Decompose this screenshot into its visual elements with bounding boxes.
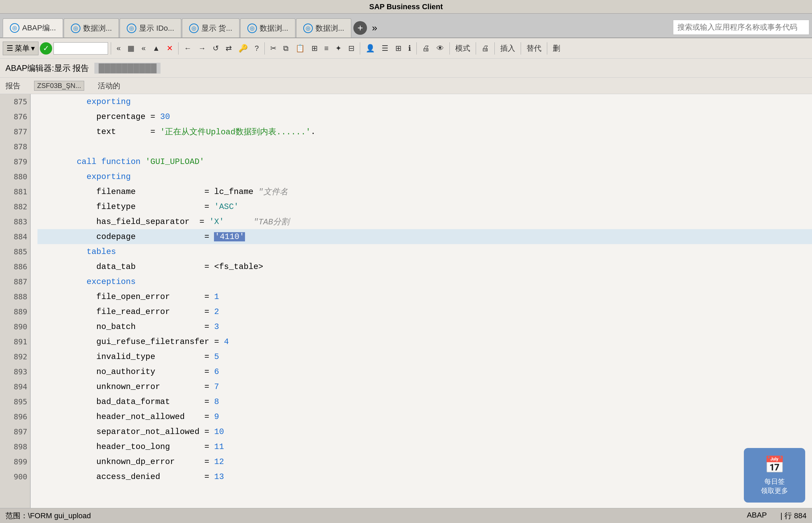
nav-back-btn[interactable]: «	[114, 43, 123, 54]
code-line-879: call function 'GUI_UPLOAD'	[37, 154, 812, 169]
signin-label: 每日签领取更多	[761, 477, 788, 495]
print-btn[interactable]: 🖨	[419, 43, 432, 54]
ln-898: 898	[0, 439, 30, 454]
tab-label-data2: 数据浏...	[260, 23, 288, 33]
tab-data3[interactable]: ◎ 数据浏...	[296, 18, 351, 38]
tab-icon-abap: ◎	[10, 23, 19, 33]
code-line-878	[37, 139, 812, 154]
ln-889: 889	[0, 304, 30, 319]
title-text: SAP Business Client	[369, 2, 443, 11]
format-btn[interactable]: ⊟	[346, 43, 357, 54]
tab-idoc[interactable]: ◎ 显示 IDo...	[120, 18, 181, 38]
arrow-left-btn[interactable]: ←	[181, 43, 194, 54]
ln-896: 896	[0, 409, 30, 424]
replace-label[interactable]: 替代	[524, 42, 544, 55]
more-tabs-button[interactable]: »	[368, 21, 381, 35]
list-btn[interactable]: ☰	[379, 43, 391, 54]
tab-icon-idoc: ◎	[127, 24, 136, 33]
report-label: 报告	[5, 81, 20, 91]
ln-897: 897	[0, 424, 30, 439]
sep4	[360, 42, 360, 55]
tab-icon-data2: ◎	[247, 24, 257, 33]
table-btn[interactable]: ⊞	[393, 43, 404, 54]
tab-label-idoc: 显示 IDo...	[139, 23, 174, 33]
new-tab-button[interactable]: +	[353, 21, 367, 35]
cut-btn[interactable]: ✂	[267, 43, 279, 54]
code-line-875: exporting	[37, 94, 812, 109]
cancel-btn[interactable]: ✕	[164, 43, 175, 54]
delete-label[interactable]: 删	[550, 42, 563, 55]
user-btn[interactable]: 👤	[363, 43, 378, 54]
ln-884: 884	[0, 229, 30, 244]
ln-899: 899	[0, 454, 30, 469]
sync-btn[interactable]: ⇄	[223, 43, 234, 54]
ln-880: 880	[0, 169, 30, 184]
code-line-893: no_authority = 6	[37, 364, 812, 379]
tab-bar: ◎ ABAP编... ◎ 数据浏... ◎ 显示 IDo... ◎ 显示 货..…	[0, 14, 812, 38]
daily-signin-button[interactable]: 📅 每日签领取更多	[744, 448, 805, 503]
save-btn[interactable]: ▦	[125, 43, 137, 54]
refresh-btn[interactable]: ↺	[210, 43, 221, 54]
tab-data1[interactable]: ◎ 数据浏...	[64, 18, 119, 38]
compare-btn[interactable]: ≡	[322, 43, 332, 54]
ln-877: 877	[0, 124, 30, 139]
code-line-884: codepage = '4110'	[37, 229, 812, 244]
tab-goods[interactable]: ◎ 显示 货...	[182, 18, 239, 38]
code-line-900: access_denied = 13	[37, 469, 812, 484]
code-line-881: filename = lc_fname "文件名	[37, 184, 812, 199]
menu-label: 菜单	[15, 43, 30, 54]
ln-887: 887	[0, 274, 30, 289]
info-bar: 报告 ZSF03B_ŞN... 活动的	[0, 78, 812, 94]
back-btn[interactable]: «	[139, 43, 148, 54]
tab-abap[interactable]: ◎ ABAP编...	[3, 18, 63, 38]
ln-893: 893	[0, 364, 30, 379]
menu-chevron-icon: ▾	[31, 44, 35, 53]
insert-label[interactable]: 插入	[497, 42, 518, 55]
code-line-895: bad_data_format = 8	[37, 394, 812, 409]
kw-exporting-875: exporting	[37, 97, 131, 106]
breadcrumb: ABAP编辑器:显示 报告 ██████████	[0, 59, 812, 78]
line-label: | 行 884	[780, 511, 807, 521]
tab-data2[interactable]: ◎ 数据浏...	[240, 18, 295, 38]
tab-label-data1: 数据浏...	[83, 23, 112, 33]
paste-btn[interactable]: 📋	[293, 43, 307, 54]
ln-900: 900	[0, 469, 30, 484]
main-area: 875 876 877 878 879 880 881 882 883 884 …	[0, 94, 812, 508]
code-line-886: data_tab = <fs_table>	[37, 259, 812, 274]
ln-886: 886	[0, 259, 30, 274]
info-btn[interactable]: ℹ	[405, 43, 414, 54]
copy-btn[interactable]: ⧉	[280, 43, 291, 54]
wand-btn[interactable]: ✦	[333, 43, 344, 54]
program-dropdown[interactable]	[53, 42, 108, 55]
code-editor[interactable]: exporting percentage = 30 text = '正在从文件U…	[31, 94, 812, 508]
mode-label[interactable]: 模式	[453, 42, 473, 55]
tab-icon-data1: ◎	[71, 24, 80, 33]
help-btn[interactable]: ?	[252, 43, 261, 54]
ln-892: 892	[0, 349, 30, 364]
sep10	[547, 42, 547, 55]
print2-btn[interactable]: 🖨	[479, 43, 492, 54]
ln-891: 891	[0, 334, 30, 349]
up-btn[interactable]: ▲	[150, 43, 163, 54]
search-btn[interactable]: ⊞	[309, 43, 320, 54]
tab-icon-data3: ◎	[303, 24, 313, 33]
key-btn[interactable]: 🔑	[236, 43, 250, 54]
ln-890: 890	[0, 319, 30, 334]
code-line-898: header_too_long = 11	[37, 439, 812, 454]
sep5	[416, 42, 417, 55]
report-value: ZSF03B_ŞN...	[34, 81, 84, 91]
code-line-876: percentage = 30	[37, 109, 812, 124]
preview-btn[interactable]: 👁	[434, 43, 447, 54]
menu-button[interactable]: ☰ 菜单 ▾	[3, 42, 39, 55]
status-label: 活动的	[98, 81, 120, 91]
code-line-889: file_read_error = 2	[37, 304, 812, 319]
code-line-887: exceptions	[37, 274, 812, 289]
code-line-883: has_field_separator = 'X' "TAB分割	[37, 214, 812, 229]
tab-search-input[interactable]	[673, 20, 809, 35]
check-button[interactable]: ✓	[40, 42, 52, 55]
code-line-894: unknown_error = 7	[37, 379, 812, 394]
code-line-890: no_batch = 3	[37, 319, 812, 334]
arrow-right-btn[interactable]: →	[196, 43, 209, 54]
code-line-891: gui_refuse_filetransfer = 4	[37, 334, 812, 349]
scope-text: 范围：\FORM gui_upload	[5, 511, 91, 521]
